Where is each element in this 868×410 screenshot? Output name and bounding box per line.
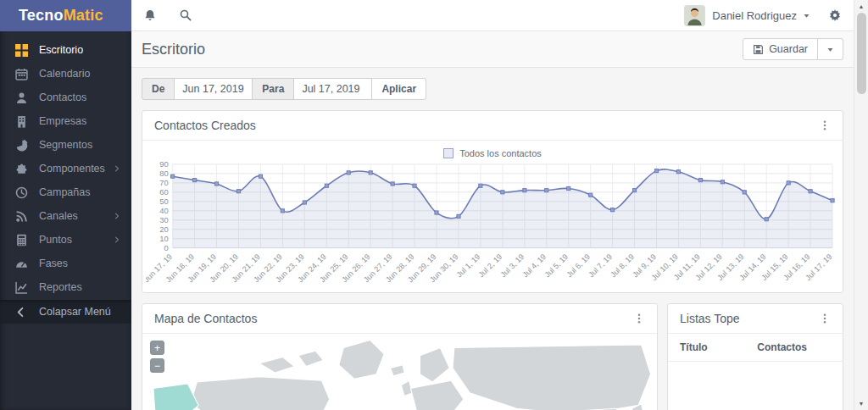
brand-name-primary: Tecno [19,7,64,25]
sidebar-item-escritorio[interactable]: Escritorio [0,38,131,62]
collapse-menu-label: Colapsar Menú [39,306,111,318]
svg-text:20: 20 [159,225,168,234]
chevron-left-icon [15,307,26,318]
date-to-input[interactable] [294,78,372,100]
lists-panel-title: Listas Tope [680,312,740,325]
map-zoom-in-button[interactable]: + [150,341,164,355]
sidebar-item-segmentos[interactable]: Segmentos [0,133,131,157]
contacts-created-chart: 0102030405060708090Jun 17, 19Jun 18, 19J… [142,160,843,292]
svg-text:Jul 7, 19: Jul 7, 19 [587,252,614,280]
chart-legend[interactable]: Todos los contactos [142,141,843,160]
svg-text:50: 50 [159,197,168,206]
sidebar-item-label: Canales [39,210,78,222]
user-icon [15,91,28,104]
save-dropdown-button[interactable] [818,38,843,60]
sidebar-item-puntos[interactable]: Puntos [0,228,131,252]
clock-icon [15,186,28,199]
top-lists-panel: Listas Tope Título Contactos [667,303,843,410]
world-map-svg [142,334,657,410]
date-to-label: Para [253,78,294,100]
contacts-created-panel: Contactos Creados Todos los contactos 01… [142,110,843,293]
user-menu[interactable]: Daniel Rodriguez [712,9,811,22]
main-area: Escritorio Guardar De Para Aplicar [131,31,854,410]
map-zoom-out-button[interactable]: − [150,358,164,373]
scrollbar-thumb[interactable] [857,13,866,94]
gear-icon[interactable] [828,8,842,22]
app-window: TecnoMatic EscritorioCalendarioContactos… [0,0,868,410]
svg-text:70: 70 [159,179,168,187]
lists-col-title: Título [680,341,708,353]
line-chart-icon [15,281,28,294]
ellipsis-v-icon[interactable] [819,119,831,131]
chevron-right-icon [113,164,121,173]
caret-down-icon [826,45,835,54]
lists-col-contacts: Contactos [757,341,831,353]
ellipsis-v-icon[interactable] [633,313,645,324]
sidebar-item-componentes[interactable]: Componentes [0,157,131,180]
apply-button[interactable]: Aplicar [372,78,426,100]
page-header: Escritorio Guardar [131,31,854,68]
rss-icon [15,210,28,223]
save-button-label: Guardar [769,43,808,55]
svg-text:60: 60 [159,188,168,197]
topbar: Daniel Rodriguez [131,0,854,31]
sidebar-item-label: Fases [39,258,68,269]
collapse-menu-button[interactable]: Colapsar Menú [0,300,131,324]
svg-text:40: 40 [159,207,168,215]
save-icon [753,44,764,55]
bell-icon[interactable] [143,8,157,22]
building-icon [15,115,28,128]
page-title: Escritorio [142,41,205,58]
sidebar-item-label: Puntos [39,234,72,246]
date-from-input[interactable] [175,78,253,100]
chevron-right-icon [113,212,121,220]
legend-label: Todos los contactos [459,148,542,158]
scroll-down-icon[interactable]: ▼ [859,397,865,410]
sidebar-item-contactos[interactable]: Contactos [0,86,131,109]
search-icon[interactable] [179,8,192,22]
sidebar-item-campanas[interactable]: Campañas [0,180,131,204]
contacts-map-panel: Mapa de Contactos + − [142,303,658,410]
sidebar-item-label: Calendario [39,68,90,80]
save-button[interactable]: Guardar [743,38,818,60]
gauge-icon [15,258,28,270]
avatar[interactable] [684,5,705,26]
legend-swatch [443,148,453,158]
svg-text:Jul 4, 19: Jul 4, 19 [521,252,548,280]
scroll-up-icon[interactable]: ▲ [859,0,865,13]
sidebar-item-reportes[interactable]: Reportes [0,275,131,299]
svg-text:80: 80 [159,169,168,178]
sidebar-item-label: Reportes [39,281,82,293]
sidebar-item-label: Empresas [39,115,86,127]
sidebar-nav: EscritorioCalendarioContactosEmpresasSeg… [0,31,131,299]
ellipsis-v-icon[interactable] [819,313,831,324]
svg-text:90: 90 [159,160,168,169]
user-name: Daniel Rodriguez [712,9,797,22]
page-scrollbar[interactable]: ▲ ▼ [854,0,868,410]
svg-text:Jul 1, 19: Jul 1, 19 [455,252,482,280]
sidebar-item-fases[interactable]: Fases [0,252,131,275]
svg-text:Jul 8, 19: Jul 8, 19 [609,252,636,280]
svg-text:Jul 5, 19: Jul 5, 19 [543,252,570,280]
date-from-label: De [142,78,175,100]
pie-chart-icon [15,139,28,152]
sidebar-item-canales[interactable]: Canales [0,204,131,228]
chart-panel-title: Contactos Creados [154,119,256,132]
sidebar-item-label: Componentes [39,163,105,175]
grid-icon [15,44,28,57]
brand-logo[interactable]: TecnoMatic [0,0,131,31]
sidebar-item-label: Segmentos [39,139,92,151]
chevron-right-icon [113,235,121,244]
calendar-icon [15,68,28,80]
lists-table-header: Título Contactos [668,334,843,362]
svg-text:Jul 2, 19: Jul 2, 19 [477,252,504,280]
caret-down-icon [802,11,811,20]
map-panel-title: Mapa de Contactos [154,312,257,325]
sidebar-item-empresas[interactable]: Empresas [0,109,131,133]
world-map[interactable]: + − [142,334,657,410]
svg-text:0: 0 [164,244,168,252]
calculator-icon [15,234,28,247]
sidebar-item-calendario[interactable]: Calendario [0,62,131,86]
date-filter: De Para Aplicar [142,78,843,100]
sidebar: TecnoMatic EscritorioCalendarioContactos… [0,0,131,410]
